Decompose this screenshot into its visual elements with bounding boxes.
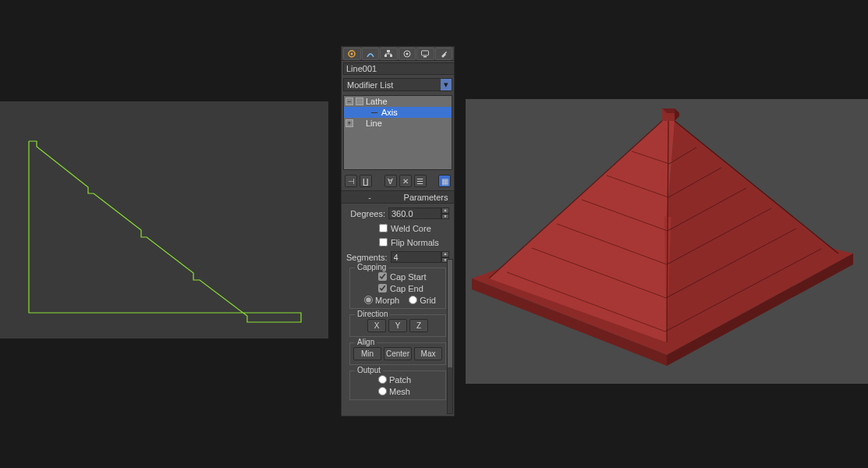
cap-end-checkbox[interactable]	[378, 284, 387, 292]
modify-panel: Modifier List ▾ − Lathe Axis + Line ⊣ ∐ …	[341, 46, 455, 417]
scrollbar-thumb[interactable]	[448, 260, 452, 367]
align-max-button[interactable]: Max	[414, 347, 442, 360]
tab-modify[interactable]	[362, 48, 380, 60]
svg-point-30	[351, 53, 353, 55]
stack-options-button[interactable]: ▦	[438, 175, 451, 187]
grid-radio[interactable]	[409, 296, 417, 304]
direction-y-button[interactable]: Y	[388, 319, 407, 332]
configure-sets-button[interactable]: ☰	[414, 175, 427, 187]
svg-point-35	[406, 53, 408, 55]
command-panel-tabs	[342, 47, 454, 61]
toggle-icon[interactable]	[356, 98, 363, 105]
remove-modifier-button[interactable]: ✕	[399, 175, 412, 187]
patch-radio[interactable]	[378, 375, 387, 384]
stack-item-line[interactable]: + Line	[344, 118, 452, 129]
tab-motion[interactable]	[399, 48, 416, 60]
flip-normals-checkbox[interactable]	[379, 238, 388, 246]
svg-rect-37	[423, 56, 427, 58]
mesh-label: Mesh	[389, 387, 410, 396]
align-min-button[interactable]: Min	[353, 347, 381, 360]
expand-icon[interactable]: −	[345, 98, 353, 105]
direction-x-button[interactable]: X	[367, 319, 386, 332]
tab-display[interactable]	[416, 48, 434, 60]
stack-item-axis[interactable]: Axis	[344, 107, 452, 118]
direction-group: Direction X Y Z	[349, 314, 446, 337]
stack-toolbar: ⊣ ∐ ∀ ✕ ☰ ▦	[342, 172, 454, 190]
spline-outline	[0, 101, 328, 339]
object-name-field[interactable]	[343, 62, 455, 75]
morph-radio[interactable]	[364, 296, 373, 304]
viewport-front[interactable]	[0, 101, 328, 339]
align-center-button[interactable]: Center	[384, 347, 412, 360]
chevron-down-icon: ▾	[441, 79, 452, 90]
weld-core-label: Weld Core	[391, 224, 431, 233]
direction-z-button[interactable]: Z	[409, 319, 428, 332]
rollout-title-label: Parameters	[398, 193, 454, 202]
pyramid-render	[466, 99, 868, 384]
segments-input[interactable]	[391, 251, 441, 263]
stack-item-label: Lathe	[366, 96, 388, 107]
mesh-radio[interactable]	[378, 387, 387, 395]
align-title: Align	[355, 338, 377, 346]
cap-start-checkbox[interactable]	[378, 272, 387, 281]
spinner-up-icon[interactable]: ▲	[441, 207, 449, 214]
morph-label: Morph	[375, 296, 399, 305]
align-group: Align Min Center Max	[349, 342, 446, 365]
viewport-perspective[interactable]	[466, 99, 868, 384]
modifier-list-dropdown[interactable]: Modifier List ▾	[343, 78, 452, 91]
tab-utilities[interactable]	[435, 48, 453, 60]
pin-stack-button[interactable]: ⊣	[345, 175, 357, 187]
cap-end-label: Cap End	[390, 284, 423, 293]
direction-title: Direction	[355, 310, 390, 318]
degrees-label: Degrees:	[346, 209, 385, 218]
segments-spinner[interactable]: ▲▼	[391, 251, 449, 263]
capping-group: Capping Cap Start Cap End Morph Grid	[349, 268, 446, 309]
svg-marker-28	[675, 108, 679, 121]
output-title: Output	[355, 366, 383, 374]
rollout-parameters-body: Degrees: ▲▼ Weld Core Flip Normals Segme…	[342, 204, 454, 402]
spinner-down-icon[interactable]: ▼	[441, 214, 449, 220]
segments-label: Segments:	[346, 253, 388, 262]
stack-item-lathe[interactable]: − Lathe	[344, 96, 452, 107]
cap-start-label: Cap Start	[390, 272, 426, 282]
panel-scrollbar[interactable]	[447, 259, 453, 414]
degrees-spinner[interactable]: ▲▼	[388, 207, 449, 219]
make-unique-button[interactable]: ∀	[384, 175, 397, 187]
patch-label: Patch	[389, 375, 411, 385]
svg-rect-33	[390, 55, 392, 57]
show-end-result-button[interactable]: ∐	[360, 175, 372, 187]
output-group: Output Patch Mesh	[349, 370, 446, 400]
svg-rect-32	[384, 55, 387, 57]
degrees-input[interactable]	[388, 207, 441, 219]
stack-item-label: Axis	[381, 107, 398, 118]
flip-normals-label: Flip Normals	[391, 238, 439, 247]
tab-hierarchy[interactable]	[380, 48, 398, 60]
svg-rect-36	[422, 51, 429, 55]
svg-rect-31	[387, 50, 390, 52]
collapse-icon: -	[342, 193, 398, 202]
capping-title: Capping	[355, 263, 388, 271]
spinner-up-icon[interactable]: ▲	[441, 251, 449, 257]
grid-label: Grid	[420, 296, 436, 305]
modifier-list-label: Modifier List	[347, 80, 393, 90]
stack-item-label: Line	[366, 118, 382, 129]
tab-create[interactable]	[343, 48, 361, 60]
expand-icon[interactable]: +	[345, 119, 353, 127]
weld-core-checkbox[interactable]	[379, 224, 388, 232]
rollout-parameters[interactable]: - Parameters	[342, 190, 454, 204]
modifier-stack[interactable]: − Lathe Axis + Line	[343, 95, 452, 170]
